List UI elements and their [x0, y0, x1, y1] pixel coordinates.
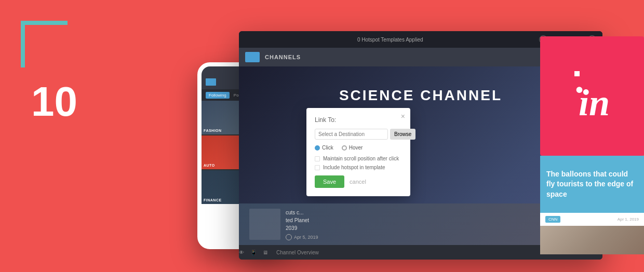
cancel-link[interactable]: cancel: [350, 179, 366, 185]
news-tag: CNN: [545, 216, 560, 223]
channel-overview-label: Channel Overview: [276, 250, 319, 255]
invision-dot-decoration: ·: [574, 71, 580, 76]
invision-logo-text: in: [579, 82, 610, 124]
hotspot-label: 0 Hotspot Templates Applied: [245, 37, 535, 43]
step-number: 10: [31, 78, 77, 126]
news-card-landscape-image: [540, 226, 644, 254]
nav-logo: [245, 52, 260, 62]
radio-click-dot: [315, 145, 320, 151]
modal-actions: Save cancel: [315, 175, 402, 188]
save-button[interactable]: Save: [315, 175, 344, 188]
calendar-icon: [286, 234, 292, 240]
modal-close-button[interactable]: ×: [401, 112, 405, 120]
checkbox-hotspot-box: [315, 165, 320, 170]
invision-logo: ·in: [574, 71, 610, 121]
article-date-row: Apr 5, 2019: [286, 234, 318, 240]
phone-nav-logo: [206, 78, 216, 86]
phone-card-finance[interactable]: FINANCE: [202, 170, 241, 204]
phone-icon-bottom[interactable]: 📱: [250, 250, 257, 255]
eye-icon-bottom[interactable]: 👁: [239, 250, 244, 255]
radio-click[interactable]: Click: [315, 145, 333, 151]
devices-container: Following Popular Explore FASHION SCIENC…: [197, 31, 644, 272]
radio-hover[interactable]: Hover: [342, 145, 363, 151]
phone-card-fashion-label: FASHION: [204, 129, 222, 132]
news-card-footer: CNN Apr 1, 2019: [540, 213, 644, 226]
invision-logo-card: ·in: [540, 36, 644, 156]
checkbox-hotspot: Include hotspot in template: [315, 165, 402, 170]
phone-tab-following[interactable]: Following: [206, 92, 230, 99]
article-info: cuts c...ted Planet2039 Apr 5, 2019: [286, 209, 318, 240]
phone-card-auto-label: AUTO: [204, 164, 215, 167]
corner-bracket-decoration: [21, 21, 68, 67]
news-card-header: The balloons that could fly tourists to …: [540, 156, 644, 213]
phone-card-fashion[interactable]: FASHION: [202, 101, 241, 134]
phone-card-finance-label: FINANCE: [204, 198, 222, 202]
news-card: The balloons that could fly tourists to …: [540, 156, 644, 254]
modal-input-row: Browse: [315, 129, 402, 140]
news-card-title: The balloons that could fly tourists to …: [546, 169, 638, 200]
bottom-icons-left: 👁 📱 🖥: [239, 250, 268, 255]
phone-card-auto[interactable]: AUTO: [202, 135, 241, 169]
modal-title: Link To:: [315, 116, 402, 124]
desktop-icon-bottom[interactable]: 🖥: [263, 250, 268, 255]
checkbox-scroll-box: [315, 156, 320, 161]
browse-button[interactable]: Browse: [390, 129, 415, 140]
radio-group: Click Hover: [315, 145, 402, 151]
link-to-modal: × Link To: Browse Click Hover: [306, 108, 410, 196]
destination-input[interactable]: [315, 129, 388, 140]
checkbox-scroll: Maintain scroll position after click: [315, 156, 402, 161]
news-date: Apr 1, 2019: [618, 217, 639, 222]
article-thumbnail: [249, 209, 280, 240]
radio-hover-dot: [342, 145, 347, 151]
article-date: Apr 5, 2019: [294, 235, 318, 240]
nav-title: CHANNELS: [265, 54, 554, 60]
article-text: cuts c...ted Planet2039: [286, 209, 318, 232]
